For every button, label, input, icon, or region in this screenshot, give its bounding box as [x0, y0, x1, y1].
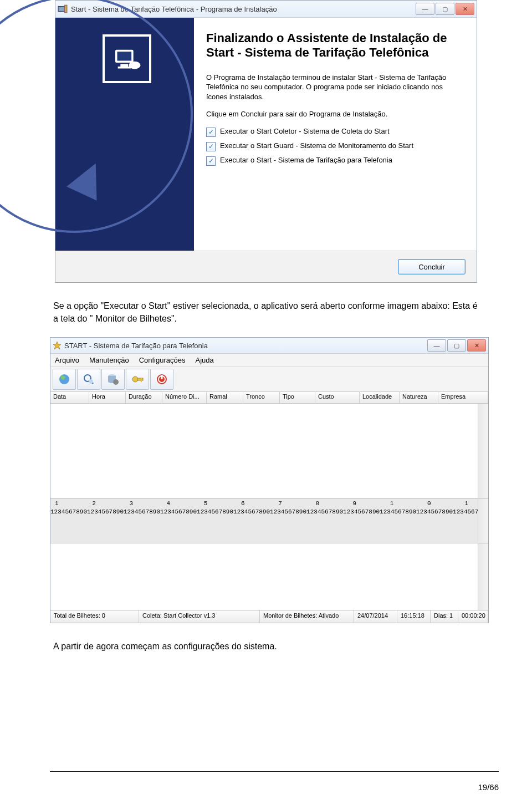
- doc-paragraph-2: A partir de agora começam as configuraçõ…: [53, 640, 482, 653]
- status-time: 16:15:18: [397, 610, 431, 623]
- ruler-major: 1234567891011: [55, 500, 488, 507]
- col-ramal[interactable]: Ramal: [207, 392, 243, 403]
- toolbar-button-1[interactable]: [53, 369, 76, 390]
- minimize-button[interactable]: —: [427, 339, 446, 352]
- maximize-button[interactable]: ▢: [436, 3, 454, 15]
- search-icon: [82, 373, 95, 386]
- phone-globe-icon: [58, 373, 71, 386]
- status-elapsed: 00:00:20: [458, 610, 488, 623]
- minimize-button[interactable]: —: [416, 3, 434, 15]
- maximize-button[interactable]: ▢: [447, 339, 466, 352]
- checkbox-label: Executar o Start Guard - Sistema de Moni…: [220, 141, 413, 150]
- svg-rect-4: [120, 64, 128, 67]
- svg-rect-16: [141, 378, 142, 382]
- toolbar-button-2[interactable]: [77, 369, 100, 390]
- checkbox-label: Executar o Start Coletor - Sistema de Co…: [220, 127, 390, 135]
- checkbox-row: Executar o Start Coletor - Sistema de Co…: [206, 127, 464, 137]
- col-custo[interactable]: Custo: [315, 392, 360, 403]
- column-headers: Data Hora Duração Número Di... Ramal Tro…: [50, 392, 488, 404]
- installer-logo-icon: [103, 34, 151, 83]
- finish-button[interactable]: Concluir: [398, 259, 466, 274]
- monitor-window: START - Sistema de Tarifação para Telefo…: [50, 337, 489, 623]
- status-total: Total de Bilhetes: 0: [50, 610, 139, 623]
- col-hora[interactable]: Hora: [89, 392, 126, 403]
- col-localidade[interactable]: Localidade: [360, 392, 400, 403]
- doc-paragraph-1: Se a opção "Executar o Start" estiver se…: [53, 299, 482, 325]
- menu-configuracoes[interactable]: Configurações: [139, 356, 186, 364]
- statusbar: Total de Bilhetes: 0 Coleta: Start Colle…: [50, 610, 488, 623]
- toolbar-button-5[interactable]: [150, 369, 173, 390]
- svg-point-6: [129, 62, 141, 69]
- col-tipo[interactable]: Tipo: [280, 392, 315, 403]
- svg-rect-5: [118, 67, 131, 69]
- monitor-title: START - Sistema de Tarifação para Telefo…: [64, 342, 427, 350]
- status-date: 24/07/2014: [354, 610, 397, 623]
- col-data[interactable]: Data: [50, 392, 89, 403]
- col-natureza[interactable]: Natureza: [400, 392, 438, 403]
- power-icon: [155, 373, 168, 386]
- installer-heading: Finalizando o Assistente de Instalação d…: [206, 31, 464, 60]
- checkbox-label: Executar o Start - Sistema de Tarifação …: [220, 156, 392, 164]
- installer-paragraph-1: O Programa de Instalação terminou de ins…: [206, 73, 464, 102]
- svg-point-13: [113, 379, 119, 385]
- scrollbar[interactable]: [478, 543, 488, 610]
- raw-body: [50, 543, 488, 610]
- svg-rect-15: [137, 378, 143, 380]
- database-gear-icon: [106, 373, 120, 386]
- col-numero[interactable]: Número Di...: [162, 392, 207, 403]
- toolbar-button-4[interactable]: [126, 369, 149, 390]
- star-icon: [53, 341, 62, 350]
- page-number: 19/66: [478, 782, 499, 792]
- installer-window: Start - Sistema de Tarifação Telefônica …: [55, 0, 477, 283]
- menu-arquivo[interactable]: Arquivo: [55, 356, 79, 364]
- col-tronco[interactable]: Tronco: [243, 392, 280, 403]
- checkbox-row: Executar o Start - Sistema de Tarifação …: [206, 156, 464, 166]
- svg-rect-3: [117, 52, 132, 60]
- monitor-titlebar: START - Sistema de Tarifação para Telefo…: [50, 338, 488, 354]
- svg-point-11: [89, 379, 93, 384]
- scrollbar[interactable]: [478, 498, 488, 543]
- status-days: Dias: 1: [431, 610, 458, 623]
- ruler: 1234567891011 12345678901234567890123456…: [50, 498, 488, 543]
- page-divider: [50, 771, 499, 772]
- ruler-minor: 1234567890123456789012345678901234567890…: [50, 508, 482, 515]
- close-button[interactable]: ✕: [456, 3, 474, 15]
- col-empresa[interactable]: Empresa: [438, 392, 488, 403]
- grid-body: [50, 404, 488, 498]
- status-coleta: Coleta: Start Collector v1.3: [139, 610, 260, 623]
- key-icon: [131, 373, 144, 386]
- installer-paragraph-2: Clique em Concluir para sair do Programa…: [206, 109, 464, 119]
- checkbox-start-guard[interactable]: [206, 142, 216, 151]
- toolbar-button-3[interactable]: [101, 369, 125, 390]
- svg-marker-7: [53, 342, 61, 349]
- status-monitor: Monitor de Bilhetes: Ativado: [260, 610, 354, 623]
- col-duracao[interactable]: Duração: [126, 392, 162, 403]
- toolbar: [50, 367, 488, 392]
- checkbox-row: Executar o Start Guard - Sistema de Moni…: [206, 141, 464, 151]
- scrollbar[interactable]: [478, 404, 488, 498]
- checkbox-start-coletor[interactable]: [206, 128, 216, 137]
- close-button[interactable]: ✕: [467, 339, 486, 352]
- menu-ajuda[interactable]: Ajuda: [195, 356, 213, 364]
- menubar: Arquivo Manutenção Configurações Ajuda: [50, 354, 488, 367]
- checkbox-start-main[interactable]: [206, 156, 216, 166]
- menu-manutencao[interactable]: Manutenção: [89, 356, 129, 364]
- installer-banner: [55, 18, 194, 251]
